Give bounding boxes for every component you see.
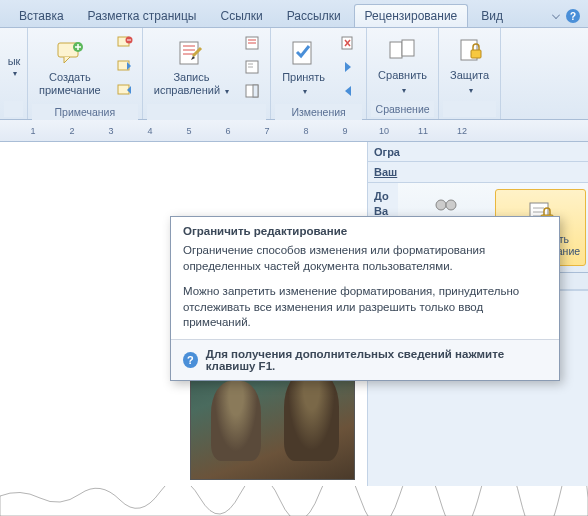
torn-edge xyxy=(0,486,588,516)
help-icon[interactable]: ? xyxy=(566,9,580,23)
compare-button[interactable]: Сравнить▾ xyxy=(371,32,434,98)
minimize-ribbon-icon[interactable] xyxy=(552,11,560,19)
tab-review[interactable]: Рецензирование xyxy=(354,4,469,27)
comment-icon xyxy=(54,37,86,69)
ribbon-tabs: Вставка Разметка страницы Ссылки Рассылк… xyxy=(0,0,588,28)
track-changes-button[interactable]: Запись исправлений ▾ xyxy=(147,34,236,100)
pane-title: Огра xyxy=(368,142,588,162)
protect-icon xyxy=(454,35,486,67)
show-markup-button[interactable] xyxy=(242,56,264,78)
next-comment-button[interactable] xyxy=(114,80,136,102)
horizontal-ruler[interactable]: 123456789101112 xyxy=(0,120,588,142)
protect-button[interactable]: Защита▾ xyxy=(443,32,496,98)
delete-comment-button[interactable] xyxy=(114,32,136,54)
new-comment-button[interactable]: Создать примечание xyxy=(32,34,108,100)
display-for-review-button[interactable] xyxy=(242,32,264,54)
svg-rect-10 xyxy=(253,85,258,97)
compare-group-label: Сравнение xyxy=(371,101,434,117)
pane-subtitle: Ваш xyxy=(368,162,588,183)
tooltip-title: Ограничить редактирование xyxy=(171,217,559,243)
tab-page-layout[interactable]: Разметка страницы xyxy=(77,4,208,27)
svg-point-18 xyxy=(446,200,456,210)
tab-view[interactable]: Вид xyxy=(470,4,514,27)
comments-group-label: Примечания xyxy=(32,104,138,120)
tab-mailings[interactable]: Рассылки xyxy=(276,4,352,27)
svg-rect-16 xyxy=(471,50,481,58)
svg-rect-5 xyxy=(118,85,129,94)
changes-group-label: Изменения xyxy=(275,104,362,120)
tab-references[interactable]: Ссылки xyxy=(209,4,273,27)
accept-button[interactable]: Принять▾ xyxy=(275,34,332,100)
proofing-button[interactable]: ык▾ xyxy=(4,50,24,80)
tooltip-body: Ограничение способов изменения или форма… xyxy=(171,243,559,339)
tab-insert[interactable]: Вставка xyxy=(8,4,75,27)
help-hint-icon: ? xyxy=(183,352,198,368)
ribbon: ык▾ Создать примечание Примечания Запись… xyxy=(0,28,588,120)
prev-change-button[interactable] xyxy=(338,56,360,78)
reject-button[interactable] xyxy=(338,32,360,54)
svg-point-17 xyxy=(436,200,446,210)
tooltip-footer: ? Для получения дополнительных сведений … xyxy=(171,339,559,380)
prev-comment-button[interactable] xyxy=(114,56,136,78)
svg-rect-14 xyxy=(402,40,414,56)
compare-icon xyxy=(387,35,419,67)
tooltip: Ограничить редактирование Ограничение сп… xyxy=(170,216,560,381)
accept-icon xyxy=(288,37,320,69)
svg-rect-13 xyxy=(390,42,402,58)
next-change-button[interactable] xyxy=(338,80,360,102)
track-changes-icon xyxy=(175,37,207,69)
reviewing-pane-button[interactable] xyxy=(242,80,264,102)
